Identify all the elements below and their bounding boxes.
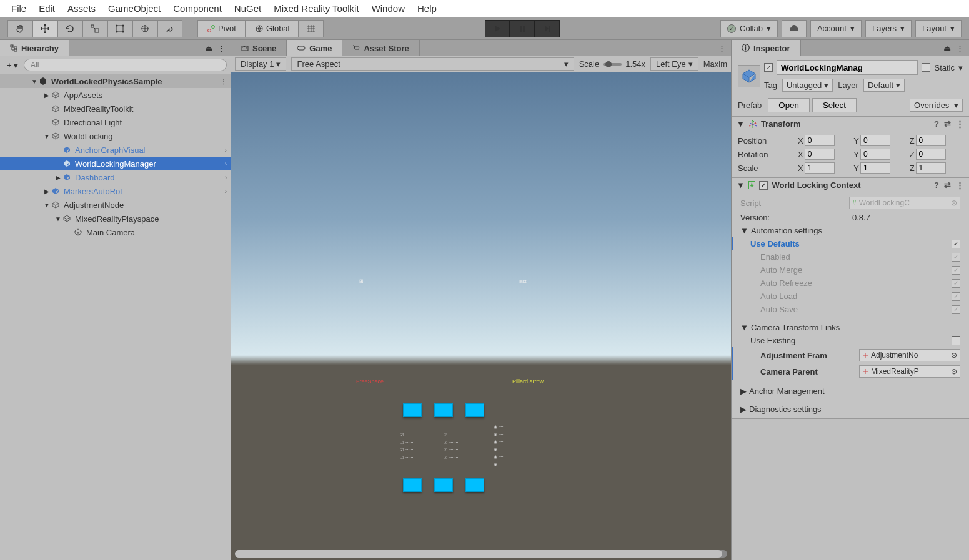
component-enable-checkbox[interactable]: [759, 181, 768, 190]
hierarchy-search[interactable]: [24, 59, 227, 71]
rotation-z[interactable]: [916, 149, 946, 160]
scale-z[interactable]: [916, 162, 946, 174]
camparent-field[interactable]: MixedRealityP⊙: [859, 365, 960, 378]
prefab-open-button[interactable]: Open: [768, 98, 810, 112]
use-defaults-checkbox[interactable]: [952, 240, 960, 248]
scene-row[interactable]: ▼ WorldLockedPhysicsSample ⋮: [0, 74, 231, 88]
expand-arrow[interactable]: ▼: [740, 323, 748, 332]
assetstore-tab[interactable]: Asset Store: [342, 40, 419, 56]
expand-arrow[interactable]: ▶: [42, 92, 51, 99]
transform-header[interactable]: ▼ Transform ?⇄⋮: [732, 117, 969, 131]
use-existing-checkbox[interactable]: [952, 336, 960, 345]
expand-arrow[interactable]: ▶: [740, 405, 747, 414]
create-button[interactable]: + ▾: [4, 59, 21, 71]
wlc-header[interactable]: ▼ # World Locking Context ?⇄⋮: [732, 178, 969, 192]
menu-help[interactable]: Help: [411, 1, 443, 16]
pivot-toggle[interactable]: Pivot: [197, 20, 246, 37]
automation-header[interactable]: ▼Automation settings: [738, 224, 963, 237]
rotation-x[interactable]: [805, 149, 835, 160]
preset-icon[interactable]: ⇄: [944, 119, 951, 129]
tree-item-dirlight[interactable]: Directional Light: [0, 115, 231, 129]
lock-icon[interactable]: ⏏: [943, 44, 951, 53]
step-button[interactable]: [535, 20, 560, 37]
expand-arrow[interactable]: ▶: [42, 188, 51, 195]
scale-x[interactable]: [805, 162, 835, 174]
menu-gameobject[interactable]: GameObject: [102, 1, 167, 16]
chevron-right-icon[interactable]: ›: [225, 188, 227, 195]
menu-file[interactable]: File: [5, 1, 32, 16]
aspect-dropdown[interactable]: Free Aspect▾: [291, 57, 574, 71]
tag-dropdown[interactable]: Untagged▾: [782, 79, 833, 92]
snap-toggle[interactable]: [299, 20, 324, 37]
tree-item-appassets[interactable]: ▶AppAssets: [0, 88, 231, 102]
layers-dropdown[interactable]: Layers▾: [865, 20, 912, 37]
lock-icon[interactable]: ⏏: [205, 44, 212, 53]
menu-edit[interactable]: Edit: [32, 1, 61, 16]
static-checkbox[interactable]: [922, 63, 930, 72]
expand-arrow[interactable]: ▼: [737, 119, 745, 129]
overrides-dropdown[interactable]: Overrides ▾: [910, 99, 963, 112]
tree-item-adjnode[interactable]: ▼AdjustmentNode: [0, 198, 231, 212]
menu-component[interactable]: Component: [167, 1, 228, 16]
menu-icon[interactable]: ⋮: [718, 44, 726, 53]
layout-dropdown[interactable]: Layout▾: [915, 20, 962, 37]
scale-slider[interactable]: [603, 63, 622, 66]
move-tool[interactable]: [32, 20, 57, 37]
expand-arrow[interactable]: ▼: [30, 78, 39, 85]
menu-icon[interactable]: ⋮: [956, 44, 964, 53]
rotate-tool[interactable]: [57, 20, 82, 37]
anchormgmt-header[interactable]: ▶Anchor Management: [738, 385, 963, 398]
custom-tool[interactable]: [157, 20, 182, 37]
rect-tool[interactable]: [107, 20, 132, 37]
menu-icon[interactable]: ⋮: [956, 119, 964, 129]
position-z[interactable]: [916, 135, 946, 146]
expand-arrow[interactable]: ▶: [54, 174, 62, 181]
expand-arrow[interactable]: ▼: [54, 215, 62, 222]
maximize-label[interactable]: Maxim: [703, 59, 727, 69]
menu-icon[interactable]: ⋮: [217, 44, 226, 53]
tree-item-anchorgraph[interactable]: AnchorGraphVisual›: [0, 143, 231, 157]
prefab-select-button[interactable]: Select: [812, 98, 857, 112]
hierarchy-tab[interactable]: Hierarchy: [0, 40, 69, 56]
global-toggle[interactable]: Global: [246, 20, 299, 37]
account-dropdown[interactable]: Account▾: [810, 20, 862, 37]
game-tab[interactable]: Game: [287, 40, 342, 56]
position-y[interactable]: [860, 135, 890, 146]
chevron-down-icon[interactable]: ▾: [958, 63, 963, 72]
chevron-right-icon[interactable]: ›: [225, 174, 227, 181]
expand-arrow[interactable]: ▼: [42, 133, 51, 140]
expand-arrow[interactable]: ▼: [737, 180, 745, 190]
tree-item-mrtk[interactable]: MixedRealityToolkit: [0, 102, 231, 115]
camlinks-header[interactable]: ▼Camera Transform Links: [738, 321, 963, 334]
menu-window[interactable]: Window: [365, 1, 411, 16]
scene-tab[interactable]: Scene: [231, 40, 287, 56]
expand-arrow[interactable]: ▼: [740, 226, 748, 235]
transform-tool[interactable]: [132, 20, 157, 37]
hand-tool[interactable]: [7, 20, 32, 37]
display-dropdown[interactable]: Display 1 ▾: [235, 57, 286, 71]
menu-icon[interactable]: ⋮: [956, 180, 964, 190]
scene-menu-icon[interactable]: ⋮: [221, 78, 227, 85]
pause-button[interactable]: [510, 20, 535, 37]
expand-arrow[interactable]: ▶: [740, 386, 747, 396]
diag-header[interactable]: ▶Diagnostics settings: [738, 403, 963, 416]
scale-y[interactable]: [860, 162, 890, 174]
cloud-button[interactable]: [782, 20, 807, 37]
play-button[interactable]: [485, 20, 510, 37]
menu-assets[interactable]: Assets: [61, 1, 102, 16]
collab-dropdown[interactable]: Collab▾: [720, 20, 778, 37]
tree-item-markers[interactable]: ▶MarkersAutoRot›: [0, 184, 231, 198]
layer-dropdown[interactable]: Default ▾: [863, 79, 905, 92]
object-picker-icon[interactable]: ⊙: [951, 367, 957, 376]
tree-item-dashboard[interactable]: ▶Dashboard›: [0, 170, 231, 184]
preset-icon[interactable]: ⇄: [944, 180, 951, 190]
help-icon[interactable]: ?: [934, 119, 939, 129]
eye-dropdown[interactable]: Left Eye ▾: [650, 57, 698, 71]
position-x[interactable]: [805, 135, 835, 146]
chevron-right-icon[interactable]: ›: [225, 160, 227, 167]
tree-item-worldlocking[interactable]: ▼WorldLocking: [0, 129, 231, 143]
inspector-tab[interactable]: ⓘInspector: [732, 40, 801, 56]
object-picker-icon[interactable]: ⊙: [951, 351, 957, 360]
menu-nuget[interactable]: NuGet: [228, 1, 267, 16]
tree-item-wlmanager[interactable]: WorldLockingManager›: [0, 157, 231, 170]
